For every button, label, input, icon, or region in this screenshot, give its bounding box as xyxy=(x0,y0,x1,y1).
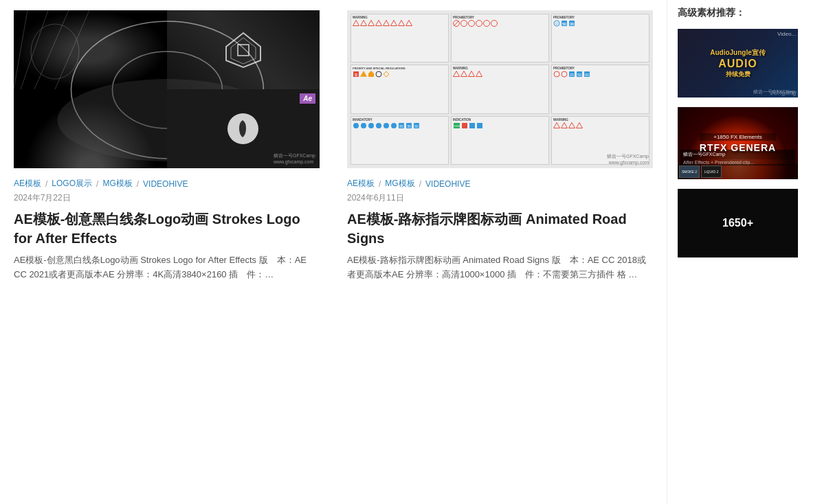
svg-text:S: S xyxy=(355,73,357,77)
main-content: 鳞齿一号GFXCampwww.gfxcamp.com Ae AE模板 / LOG… xyxy=(0,0,667,504)
sidebar-title: 高级素材推荐： xyxy=(678,7,808,19)
svg-rect-65 xyxy=(462,123,467,128)
svg-point-53 xyxy=(368,123,374,128)
svg-point-51 xyxy=(353,123,359,128)
svg-marker-17 xyxy=(399,21,405,26)
svg-point-44 xyxy=(562,71,567,77)
svg-point-23 xyxy=(476,21,482,27)
svg-text:50: 50 xyxy=(562,22,566,26)
svg-text:30: 30 xyxy=(407,124,411,128)
page-layout: 鳞齿一号GFXCampwww.gfxcamp.com Ae AE模板 / LOG… xyxy=(0,0,822,504)
sidebar-thumb-3: 1650+ xyxy=(678,189,798,257)
svg-rect-35 xyxy=(368,73,374,77)
svg-marker-11 xyxy=(353,21,359,26)
svg-marker-36 xyxy=(368,71,374,73)
svg-marker-68 xyxy=(554,122,560,128)
svg-line-20 xyxy=(454,21,459,26)
card-1-excerpt: AE模板-创意黑白线条Logo动画 Strokes Logo for After… xyxy=(14,253,320,282)
svg-marker-18 xyxy=(406,21,412,26)
card-1-title: AE模板-创意黑白线条Logo动画 Strokes Logo for After… xyxy=(14,209,320,248)
svg-marker-42 xyxy=(476,71,482,77)
svg-text:50: 50 xyxy=(577,73,581,77)
svg-point-56 xyxy=(391,123,397,128)
svg-text:20: 20 xyxy=(570,73,574,77)
svg-point-24 xyxy=(484,21,490,27)
svg-marker-71 xyxy=(577,122,583,128)
svg-point-55 xyxy=(384,123,389,128)
sidebar-item-audiojungle[interactable]: AudioJungle宣传 AUDIO 持续免费 Video... 鳞齿一号GF… xyxy=(678,29,808,98)
sidebar-thumb-2: +1850 FX Elements RTFX GENERA 鳞齿一号GFXCam… xyxy=(678,107,798,179)
card-1-date: 2024年7月22日 xyxy=(14,192,320,204)
card-2-date: 2024年6月11日 xyxy=(347,192,653,204)
card-2-meta-links: AE模板 / MG模板 / VIDEOHIVE xyxy=(347,178,653,190)
sidebar-thumb-1: AudioJungle宣传 AUDIO 持续免费 Video... 鳞齿一号GF… xyxy=(678,29,798,98)
card-1: 鳞齿一号GFXCampwww.gfxcamp.com Ae AE模板 / LOG… xyxy=(14,10,320,282)
sidebar: 高级素材推荐： AudioJungle宣传 AUDIO 持续免费 Video..… xyxy=(667,0,818,504)
card-1-meta-links: AE模板 / LOGO展示 / MG模板 / VIDEOHIVE xyxy=(14,178,320,190)
svg-point-54 xyxy=(376,123,381,128)
svg-rect-66 xyxy=(469,123,475,128)
svg-text:60: 60 xyxy=(585,73,589,77)
card-2-meta-mg[interactable]: MG模板 xyxy=(385,178,414,190)
cards-grid: 鳞齿一号GFXCampwww.gfxcamp.com Ae AE模板 / LOG… xyxy=(14,7,653,282)
svg-rect-67 xyxy=(477,123,482,128)
card-1-meta-mg[interactable]: MG模板 xyxy=(102,178,132,190)
svg-point-37 xyxy=(376,71,381,77)
svg-text:80: 80 xyxy=(399,124,403,128)
svg-text:U: U xyxy=(555,21,558,25)
svg-marker-13 xyxy=(368,21,375,26)
card-2-meta-vh[interactable]: VIDEOHIVE xyxy=(425,179,470,189)
card-1-meta-logo[interactable]: LOGO展示 xyxy=(52,178,92,190)
svg-text:1360: 1360 xyxy=(454,124,460,128)
card-2: WARNING xyxy=(347,10,653,282)
svg-text:60: 60 xyxy=(414,124,419,128)
svg-point-52 xyxy=(361,123,366,128)
card-2-title: AE模板-路标指示牌图标动画 Animated Road Signs xyxy=(347,209,653,248)
svg-point-22 xyxy=(469,21,475,27)
card-1-meta-vh[interactable]: VIDEOHIVE xyxy=(143,179,188,189)
svg-text:30: 30 xyxy=(570,22,574,26)
svg-marker-14 xyxy=(376,21,382,26)
svg-marker-40 xyxy=(461,71,467,77)
card-2-meta-ae[interactable]: AE模板 xyxy=(347,178,375,190)
card-2-thumbnail[interactable]: WARNING xyxy=(347,10,653,168)
card-2-excerpt: AE模板-路标指示牌图标动画 Animated Road Signs 版 本：A… xyxy=(347,253,653,282)
svg-point-43 xyxy=(554,71,559,77)
svg-marker-38 xyxy=(384,71,389,77)
sidebar-item-rtfx[interactable]: +1850 FX Elements RTFX GENERA 鳞齿一号GFXCam… xyxy=(678,107,808,179)
svg-marker-16 xyxy=(391,21,397,26)
svg-marker-69 xyxy=(562,122,568,128)
sidebar-item-third[interactable]: 1650+ xyxy=(678,189,808,257)
svg-point-25 xyxy=(491,21,498,27)
svg-marker-41 xyxy=(469,71,475,77)
svg-marker-12 xyxy=(361,21,367,26)
card-1-thumbnail[interactable]: 鳞齿一号GFXCampwww.gfxcamp.com Ae xyxy=(14,10,320,168)
svg-marker-34 xyxy=(361,71,367,77)
svg-point-21 xyxy=(461,21,467,27)
svg-marker-70 xyxy=(569,122,575,128)
card-1-meta-ae[interactable]: AE模板 xyxy=(14,178,41,190)
svg-marker-39 xyxy=(454,71,460,77)
svg-marker-15 xyxy=(384,21,390,26)
